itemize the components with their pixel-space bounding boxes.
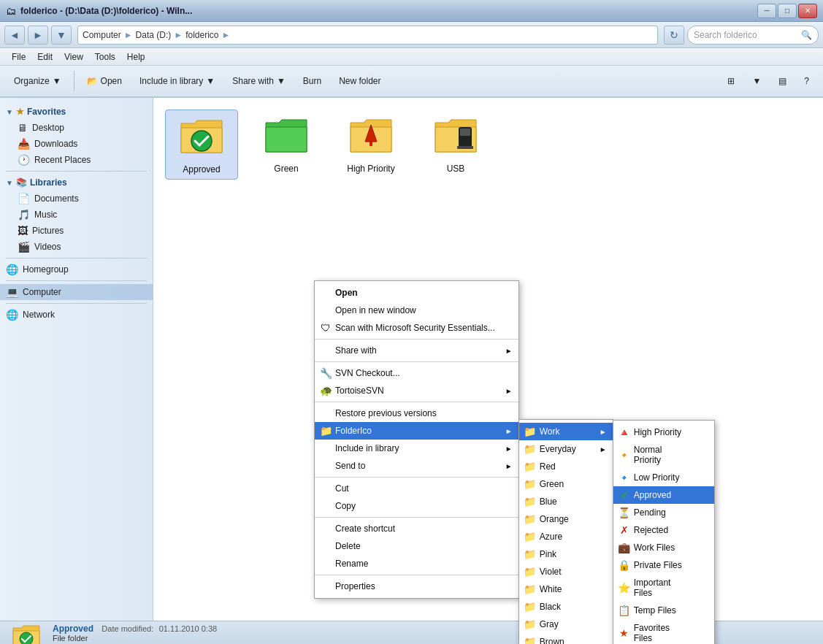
ctx-work-files[interactable]: 💼 Work Files <box>613 539 714 556</box>
sidebar-header-favorites[interactable]: ▼ ★ Favorites <box>0 104 153 120</box>
title-bar-buttons: ─ □ ✕ <box>757 4 817 18</box>
ctx-delete[interactable]: Delete <box>315 537 518 555</box>
ctx-violet[interactable]: 📁 Violet <box>519 563 613 580</box>
forward-button[interactable]: ► <box>28 26 48 45</box>
status-date-label: Date modified: <box>102 624 153 633</box>
sidebar-item-music[interactable]: 🎵 Music <box>0 207 153 223</box>
ctx-send-to[interactable]: Send to ► <box>315 457 518 475</box>
ctx-blue[interactable]: 📁 Blue <box>519 493 613 510</box>
pink-folder-icon: 📁 <box>524 548 537 561</box>
ctx-rejected-label: Rejected <box>634 525 668 535</box>
view-dropdown-button[interactable]: ▼ <box>744 69 769 93</box>
sidebar-item-computer[interactable]: 💻 Computer <box>0 284 153 300</box>
ctx-approved-label: Approved <box>634 490 671 500</box>
ctx-pending[interactable]: ⏳ Pending <box>613 504 714 521</box>
ctx-include-library[interactable]: Include in library ► <box>315 440 518 457</box>
ctx-svn-checkout[interactable]: 🔧 SVN Checkout... <box>315 364 518 382</box>
organize-button[interactable]: Organize ▼ <box>6 69 69 93</box>
breadcrumb-sep1: ► <box>124 30 133 40</box>
view-icons-button[interactable]: ⊞ <box>719 69 743 93</box>
ctx-include-arrow: ► <box>505 445 513 453</box>
ctx-pink[interactable]: 📁 Pink <box>519 545 613 563</box>
menu-edit[interactable]: Edit <box>31 50 58 64</box>
ctx-rename[interactable]: Rename <box>315 555 518 572</box>
ctx-properties[interactable]: Properties <box>315 578 518 595</box>
ctx-approved[interactable]: ✔ Approved <box>613 486 714 504</box>
sidebar-item-downloads[interactable]: 📥 Downloads <box>0 136 153 152</box>
recent-icon: 🕐 <box>18 154 30 166</box>
ctx-low-priority[interactable]: 🔹 Low Priority <box>613 469 714 486</box>
ctx-work[interactable]: 📁 Work ► 🔺 High Priority 🔸 <box>519 423 613 440</box>
search-bar[interactable]: Search folderico 🔍 <box>687 26 819 45</box>
ctx-private-files[interactable]: 🔒 Private Files <box>613 556 714 574</box>
share-with-button[interactable]: Share with ▼ <box>224 69 294 93</box>
ctx-high-priority[interactable]: 🔺 High Priority <box>613 423 714 441</box>
sidebar-item-recent[interactable]: 🕐 Recent Places <box>0 152 153 168</box>
search-icon[interactable]: 🔍 <box>801 30 812 40</box>
ctx-open-new-window[interactable]: Open in new window <box>315 302 518 319</box>
ctx-red[interactable]: 📁 Red <box>519 458 613 475</box>
menu-tools[interactable]: Tools <box>89 50 121 64</box>
sidebar-item-pictures[interactable]: 🖼 Pictures <box>0 223 153 239</box>
status-folder-name: Approved <box>53 624 93 634</box>
ctx-tortoisesvn[interactable]: 🐢 TortoiseSVN ► <box>315 382 518 399</box>
ctx-favorites-files[interactable]: ★ Favorites Files <box>613 619 714 644</box>
ctx-green-folder[interactable]: 📁 Green <box>519 475 613 493</box>
minimize-button[interactable]: ─ <box>757 4 776 18</box>
menu-view[interactable]: View <box>58 50 89 64</box>
sidebar-item-documents[interactable]: 📄 Documents <box>0 191 153 207</box>
ctx-brown-label: Brown <box>540 637 564 644</box>
new-folder-button[interactable]: New folder <box>331 69 388 93</box>
breadcrumb-data[interactable]: Data (D:) <box>136 30 172 40</box>
ctx-temp-files[interactable]: 📋 Temp Files <box>613 602 714 619</box>
ctx-share-with[interactable]: Share with ► <box>315 342 518 359</box>
dropdown-button[interactable]: ▼ <box>51 26 72 45</box>
menu-file[interactable]: File <box>6 50 31 64</box>
ctx-gray[interactable]: 📁 Gray <box>519 616 613 633</box>
ctx-black[interactable]: 📁 Black <box>519 598 613 616</box>
ctx-create-shortcut[interactable]: Create shortcut <box>315 520 518 537</box>
approved-icon: ✔ <box>618 488 631 502</box>
sidebar-item-homegroup[interactable]: 🌐 Homegroup <box>0 261 153 277</box>
back-button[interactable]: ◄ <box>4 26 25 45</box>
burn-button[interactable]: Burn <box>295 69 329 93</box>
ctx-orange[interactable]: 📁 Orange <box>519 510 613 528</box>
ctx-normal-priority[interactable]: 🔸 Normal Priority <box>613 441 714 469</box>
ctx-create-shortcut-label: Create shortcut <box>335 524 395 534</box>
ctx-sep-6 <box>315 575 518 575</box>
ctx-open[interactable]: Open <box>315 284 518 302</box>
violet-folder-icon: 📁 <box>524 565 537 578</box>
sidebar-network-label: Network <box>23 310 55 320</box>
tortoise-icon: 🐢 <box>319 384 332 397</box>
sidebar-item-network[interactable]: 🌐 Network <box>0 307 153 323</box>
ctx-high-priority-label: High Priority <box>634 427 681 437</box>
ctx-rejected[interactable]: ✗ Rejected <box>613 521 714 539</box>
ctx-white[interactable]: 📁 White <box>519 580 613 598</box>
ctx-red-label: Red <box>540 461 556 472</box>
refresh-button[interactable]: ↻ <box>664 26 684 45</box>
ctx-copy[interactable]: Copy <box>315 497 518 515</box>
ctx-brown[interactable]: 📁 Brown <box>519 633 613 644</box>
open-button[interactable]: 📂 Open <box>79 69 130 93</box>
ctx-azure[interactable]: 📁 Azure <box>519 528 613 545</box>
sidebar-item-videos[interactable]: 🎬 Videos <box>0 239 153 255</box>
ctx-everyday[interactable]: 📁 Everyday ► <box>519 440 613 458</box>
ctx-important-files[interactable]: ⭐ Important Files <box>613 574 714 602</box>
include-library-button[interactable]: Include in library ▼ <box>131 69 223 93</box>
close-button[interactable]: ✕ <box>798 4 817 18</box>
sidebar-item-desktop[interactable]: 🖥 Desktop <box>0 120 153 136</box>
menu-help[interactable]: Help <box>121 50 151 64</box>
open-icon: 📂 <box>87 76 98 86</box>
ctx-scan[interactable]: 🛡 Scan with Microsoft Security Essential… <box>315 319 518 337</box>
address-bar[interactable]: Computer ► Data (D:) ► folderico ► <box>77 26 658 45</box>
ctx-green-label: Green <box>540 479 564 489</box>
ctx-folderico[interactable]: 📁 FolderIco ► 📁 Work ► 🔺 <box>315 422 518 440</box>
ctx-restore-versions[interactable]: Restore previous versions <box>315 405 518 422</box>
breadcrumb-computer[interactable]: Computer <box>83 30 121 40</box>
breadcrumb-folderico[interactable]: folderico <box>185 30 218 40</box>
maximize-button[interactable]: □ <box>778 4 797 18</box>
help-button[interactable]: ? <box>796 69 817 93</box>
sidebar-header-libraries[interactable]: ▼ 📚 Libraries <box>0 175 153 191</box>
view-details-button[interactable]: ▤ <box>770 69 795 93</box>
ctx-cut[interactable]: Cut <box>315 480 518 497</box>
